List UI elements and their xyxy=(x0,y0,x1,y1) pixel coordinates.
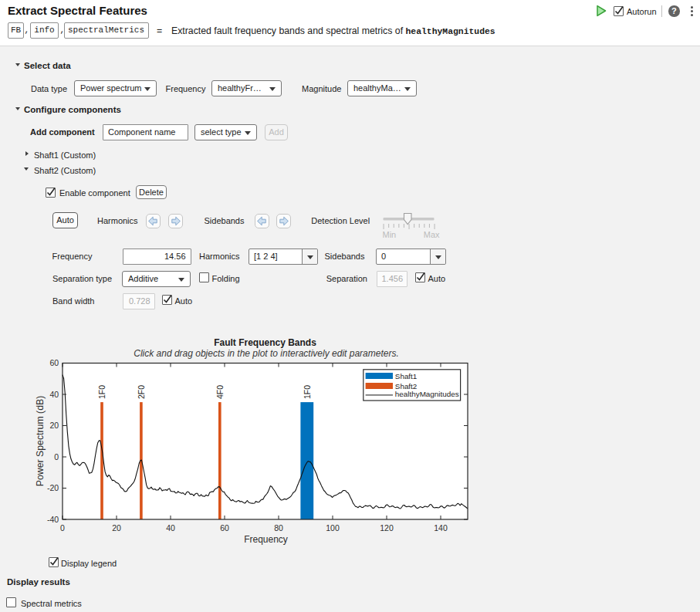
svg-text:Min: Min xyxy=(383,230,397,239)
svg-text:20: 20 xyxy=(50,421,59,430)
svg-text:0: 0 xyxy=(60,523,65,533)
svg-text:Fault Frequency Bands: Fault Frequency Bands xyxy=(214,337,316,348)
svg-text:healthyMagnitudes: healthyMagnitudes xyxy=(395,390,459,398)
svg-text:140: 140 xyxy=(434,523,448,533)
svg-text:0: 0 xyxy=(54,452,59,462)
svg-text:1F0: 1F0 xyxy=(97,385,107,399)
svg-text:120: 120 xyxy=(380,523,394,533)
svg-text:4F0: 4F0 xyxy=(215,385,225,399)
svg-text:Frequency: Frequency xyxy=(244,534,288,545)
svg-text:-20: -20 xyxy=(47,483,59,492)
svg-text:40: 40 xyxy=(166,523,175,533)
svg-text:Max: Max xyxy=(424,230,440,239)
svg-text:60: 60 xyxy=(50,358,59,367)
svg-text:60: 60 xyxy=(220,523,229,533)
svg-text:80: 80 xyxy=(274,523,283,533)
svg-text:Click and drag objects in the: Click and drag objects in the plot to in… xyxy=(134,348,399,359)
svg-text:100: 100 xyxy=(326,523,340,533)
svg-text:Power Spectrum (dB): Power Spectrum (dB) xyxy=(35,396,46,487)
svg-text:20: 20 xyxy=(112,523,121,533)
svg-text:-40: -40 xyxy=(47,515,59,524)
svg-text:1F0: 1F0 xyxy=(303,385,312,399)
svg-text:40: 40 xyxy=(50,390,59,399)
svg-text:2F0: 2F0 xyxy=(137,385,146,399)
svg-text:Shaft1: Shaft1 xyxy=(395,372,418,380)
